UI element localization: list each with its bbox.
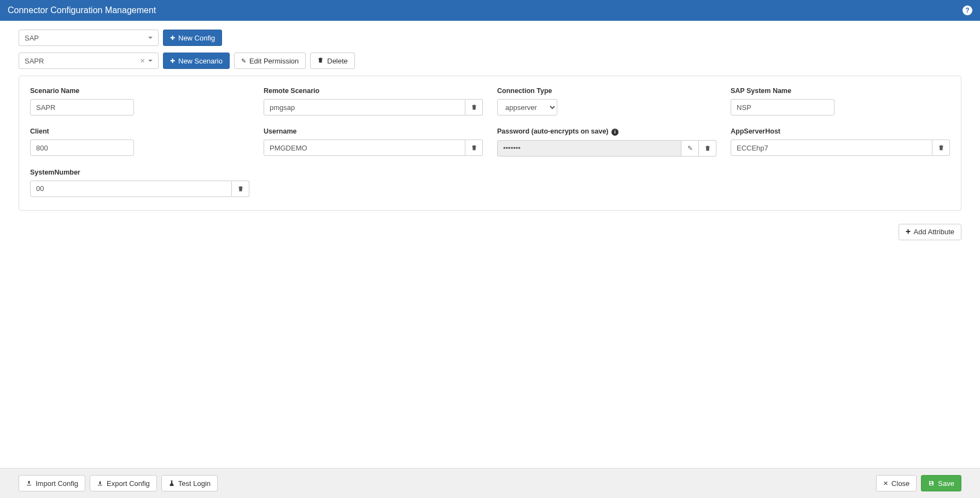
config-select-value: SAP xyxy=(25,34,39,42)
remote-scenario-input[interactable] xyxy=(264,99,465,115)
password-input[interactable] xyxy=(497,140,681,157)
system-number-label: SystemNumber xyxy=(30,169,249,176)
page-header: Connector Configuration Management ? xyxy=(0,0,980,21)
app-server-host-input[interactable] xyxy=(731,140,932,156)
username-field: Username xyxy=(264,128,483,157)
password-label: Password (auto-encrypts on save) i xyxy=(497,128,716,136)
scenario-select-value: SAPR xyxy=(25,57,44,65)
scenario-select[interactable]: SAPR ✕ xyxy=(19,53,159,69)
connection-type-label: Connection Type xyxy=(497,87,716,95)
client-label: Client xyxy=(30,128,249,135)
sap-system-name-input[interactable] xyxy=(731,99,835,115)
remote-scenario-label: Remote Scenario xyxy=(264,87,483,95)
add-attribute-label: Add Attribute xyxy=(914,228,954,236)
connection-type-field: Connection Type appserver xyxy=(497,87,716,115)
trash-icon xyxy=(704,145,711,152)
pencil-icon: ✎ xyxy=(687,144,693,152)
delete-label: Delete xyxy=(327,57,348,65)
pencil-icon: ✎ xyxy=(241,58,246,64)
scenario-toolbar: SAPR ✕ ✚ New Scenario ✎ Edit Permission … xyxy=(19,53,961,69)
remote-scenario-delete-button[interactable] xyxy=(465,99,483,115)
scenario-name-input[interactable] xyxy=(30,99,134,115)
new-config-label: New Config xyxy=(178,34,215,42)
chevron-down-icon xyxy=(148,37,153,39)
password-field: Password (auto-encrypts on save) i ✎ xyxy=(497,128,716,157)
connection-type-select[interactable]: appserver xyxy=(497,99,557,115)
edit-permission-button[interactable]: ✎ Edit Permission xyxy=(234,53,306,69)
system-number-delete-button[interactable] xyxy=(232,181,249,197)
client-field: Client xyxy=(30,128,249,157)
content-area: SAP ✚ New Config SAPR ✕ ✚ New Scenario ✎… xyxy=(0,21,980,295)
info-icon[interactable]: i xyxy=(611,129,619,136)
username-label: Username xyxy=(264,128,483,135)
scenario-name-field: Scenario Name xyxy=(30,87,249,115)
page-title: Connector Configuration Management xyxy=(8,5,156,15)
add-attribute-row: ✚ Add Attribute xyxy=(19,224,961,240)
trash-icon xyxy=(471,144,477,151)
app-server-host-label: AppServerHost xyxy=(731,128,950,135)
app-server-host-delete-button[interactable] xyxy=(932,140,950,156)
new-scenario-button[interactable]: ✚ New Scenario xyxy=(163,53,230,69)
sap-system-name-field: SAP System Name xyxy=(731,87,950,115)
client-input[interactable] xyxy=(30,140,134,156)
delete-button[interactable]: Delete xyxy=(310,53,355,69)
username-delete-button[interactable] xyxy=(465,140,483,156)
chevron-down-icon xyxy=(148,60,153,62)
plus-icon: ✚ xyxy=(170,35,175,41)
username-input[interactable] xyxy=(264,140,465,156)
config-select[interactable]: SAP xyxy=(19,30,159,46)
new-config-button[interactable]: ✚ New Config xyxy=(163,30,222,46)
config-toolbar: SAP ✚ New Config xyxy=(19,30,961,46)
sap-system-name-label: SAP System Name xyxy=(731,87,950,95)
system-number-field: SystemNumber xyxy=(30,169,249,197)
edit-permission-label: Edit Permission xyxy=(249,57,299,65)
password-edit-button[interactable]: ✎ xyxy=(681,140,699,157)
app-server-host-field: AppServerHost xyxy=(731,128,950,157)
scenario-panel: Scenario Name Remote Scenario Connection… xyxy=(19,76,961,211)
clear-scenario-icon[interactable]: ✕ xyxy=(140,57,145,65)
plus-icon: ✚ xyxy=(906,229,911,235)
trash-icon xyxy=(317,57,324,65)
system-number-input[interactable] xyxy=(30,181,232,197)
fields-grid: Scenario Name Remote Scenario Connection… xyxy=(30,87,950,197)
password-delete-button[interactable] xyxy=(699,140,716,157)
help-icon[interactable]: ? xyxy=(962,5,972,15)
add-attribute-button[interactable]: ✚ Add Attribute xyxy=(899,224,961,240)
trash-icon xyxy=(237,186,244,192)
scenario-name-label: Scenario Name xyxy=(30,87,249,95)
new-scenario-label: New Scenario xyxy=(178,57,223,65)
trash-icon xyxy=(471,104,477,111)
trash-icon xyxy=(938,144,944,151)
remote-scenario-field: Remote Scenario xyxy=(264,87,483,115)
plus-icon: ✚ xyxy=(170,58,175,64)
